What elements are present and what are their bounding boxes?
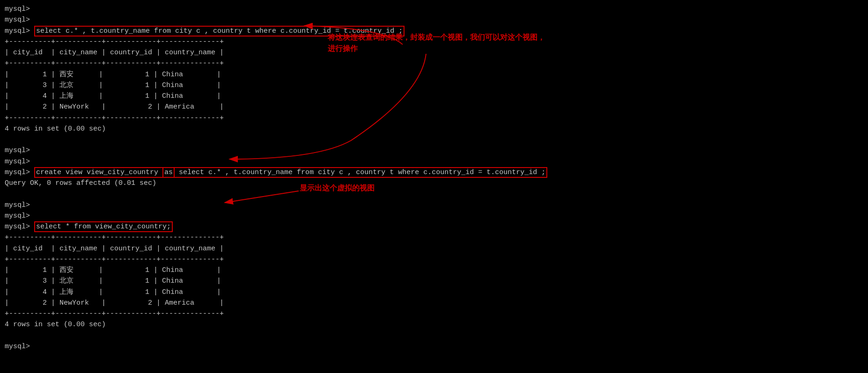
table-row: | 3 | 北京 | 1 | China |: [5, 276, 863, 286]
query-ok: Query OK, 0 rows affected (0.01 sec): [5, 178, 863, 189]
terminal-line: mysql>: [5, 200, 863, 211]
table-divider: +----------+-----------+------------+---…: [5, 37, 863, 47]
sql-line-2: mysql> create view view_city_country as …: [5, 167, 863, 178]
terminal-line: mysql>: [5, 211, 863, 221]
sql-line-3: mysql> select * from view_city_country;: [5, 221, 863, 232]
sql2-post: select c.* , t.country_name from city c …: [175, 168, 545, 176]
table-divider: +----------+-----------+------------+---…: [5, 113, 863, 124]
blank-line: [5, 189, 863, 199]
terminal-line: mysql>: [5, 4, 863, 15]
table-divider: +----------+-----------+------------+---…: [5, 232, 863, 243]
terminal-line: mysql>: [5, 15, 863, 25]
table-row: | 1 | 西安 | 1 | China |: [5, 69, 863, 80]
table-divider: +----------+-----------+------------+---…: [5, 308, 863, 319]
table-header: | city_id | city_name | country_id | cou…: [5, 47, 863, 58]
sql3-highlight: select * from view_city_country;: [34, 221, 173, 232]
result-info: 4 rows in set (0.00 sec): [5, 124, 863, 134]
blank-line: [5, 330, 863, 341]
terminal-line: mysql>: [5, 156, 863, 167]
table-row: | 2 | NewYork | 2 | America |: [5, 102, 863, 112]
table-header: | city_id | city_name | country_id | cou…: [5, 243, 863, 254]
table-row: | 4 | 上海 | 1 | China |: [5, 91, 863, 102]
sql1-highlight: select c.* , t.country_name from city c …: [34, 26, 405, 37]
sql2-highlight: create view view_city_country as select …: [34, 167, 547, 178]
blank-line: [5, 134, 863, 145]
result-info: 4 rows in set (0.00 sec): [5, 319, 863, 330]
table-row: | 2 | NewYork | 2 | America |: [5, 298, 863, 308]
sql2-pre: create view view_city_country: [36, 168, 162, 176]
table-row: | 1 | 西安 | 1 | China |: [5, 265, 863, 276]
terminal: mysql> mysql> mysql> select c.* , t.coun…: [0, 0, 868, 356]
terminal-line: mysql>: [5, 145, 863, 156]
terminal-line: mysql>: [5, 341, 863, 352]
table-row: | 3 | 北京 | 1 | China |: [5, 80, 863, 91]
sql-line-1: mysql> select c.* , t.country_name from …: [5, 26, 863, 37]
table-row: | 4 | 上海 | 1 | China |: [5, 287, 863, 298]
as-keyword: as: [162, 167, 175, 178]
table-divider: +----------+-----------+------------+---…: [5, 254, 863, 265]
table-divider: +----------+-----------+------------+---…: [5, 58, 863, 69]
